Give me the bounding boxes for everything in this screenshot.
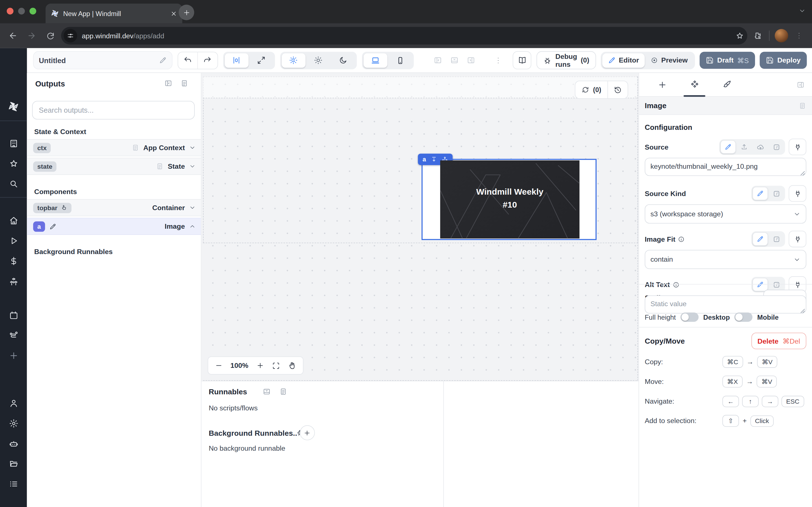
static-input-pencil-icon[interactable] (753, 232, 768, 246)
browser-tab[interactable]: New App | Windmill (46, 4, 183, 23)
app-canvas[interactable]: (0) a (201, 73, 638, 381)
bookmark-star-icon[interactable] (735, 31, 744, 40)
app-title-field[interactable]: Untitled (33, 51, 172, 69)
back-button[interactable] (5, 28, 20, 43)
windmill-logo[interactable] (0, 100, 27, 113)
image-fit-select[interactable]: contain (645, 250, 806, 269)
sidebar-add-plus-icon[interactable] (0, 349, 27, 362)
component-row-a-selected[interactable]: a Image (27, 218, 201, 235)
fullwidth-layout-button[interactable] (250, 53, 273, 67)
redo-button[interactable] (197, 52, 217, 69)
cloud-upload-icon[interactable] (753, 140, 768, 154)
minimize-window-button[interactable] (18, 8, 25, 15)
dark-theme-moon-icon[interactable] (331, 53, 355, 67)
javascript-expression-icon[interactable]: f (769, 140, 784, 154)
chevron-down-icon[interactable] (189, 205, 196, 211)
sidebar-runs-play-icon[interactable] (0, 234, 27, 247)
state-badge[interactable]: state (33, 161, 57, 172)
static-input-pencil-icon[interactable] (720, 140, 736, 154)
fit-to-screen-icon[interactable] (271, 361, 280, 370)
collapse-panel-right-icon[interactable] (797, 80, 805, 89)
zoom-out-minus-icon[interactable] (215, 362, 223, 370)
sidebar-workspace-building-icon[interactable] (0, 136, 27, 150)
chevron-down-icon[interactable] (189, 163, 196, 170)
browser-menu-kebab-icon[interactable] (792, 28, 807, 43)
auto-theme-button[interactable] (282, 53, 305, 67)
connect-plug-icon[interactable] (789, 185, 806, 202)
docs-icon[interactable] (279, 388, 287, 396)
sidebar-favorites-star-icon[interactable] (0, 157, 27, 170)
pan-hand-icon[interactable] (288, 361, 296, 370)
editor-tab[interactable]: Editor (602, 53, 645, 67)
forward-button[interactable] (24, 28, 39, 43)
sidebar-user-icon[interactable] (0, 396, 27, 410)
light-theme-sun-icon[interactable] (306, 53, 330, 67)
documentation-book-button[interactable] (513, 51, 531, 69)
sidebar-workers-robot-icon[interactable] (0, 437, 27, 451)
expand-component-icon[interactable] (431, 156, 437, 163)
static-input-pencil-icon[interactable] (753, 187, 768, 200)
tab-component-settings-icon[interactable] (678, 73, 711, 96)
alt-text-input[interactable] (645, 295, 806, 314)
docs-icon[interactable] (180, 79, 188, 87)
source-input[interactable]: keynote/thumbnail_weekly_10.png (645, 158, 806, 176)
javascript-expression-icon[interactable]: f (769, 232, 784, 246)
sidebar-variables-dollar-icon[interactable] (0, 254, 27, 268)
profile-avatar[interactable] (775, 29, 788, 43)
mobile-view-button[interactable] (388, 53, 412, 67)
sidebar-settings-gear-icon[interactable] (0, 416, 27, 430)
tab-search-chevron-icon[interactable] (799, 7, 806, 15)
centered-layout-button[interactable] (225, 53, 248, 67)
full-height-toggle[interactable] (680, 313, 698, 322)
output-row-state[interactable]: state State (27, 158, 201, 175)
chevron-down-icon[interactable] (189, 144, 196, 151)
docs-icon[interactable] (799, 102, 806, 110)
ctx-badge[interactable]: ctx (33, 143, 51, 153)
deploy-button[interactable]: Deploy (760, 52, 807, 69)
chevron-up-icon[interactable] (189, 223, 196, 230)
sidebar-home-icon[interactable] (0, 214, 27, 227)
draft-button[interactable]: Draft ⌘S (700, 52, 755, 69)
sidebar-schedules-calendar-icon[interactable] (0, 308, 27, 322)
desktop-view-button[interactable] (363, 53, 387, 67)
refresh-all-button[interactable]: (0) (575, 86, 608, 94)
search-outputs-input[interactable] (33, 106, 194, 114)
tab-insert-plus-icon[interactable] (646, 73, 678, 96)
component-row-topbar[interactable]: topbar Container (27, 199, 201, 216)
outputs-search[interactable] (32, 101, 195, 119)
selected-image-component[interactable]: a (421, 159, 597, 240)
javascript-expression-icon[interactable]: f (769, 187, 784, 200)
collapse-panel-left-icon[interactable] (164, 79, 172, 87)
rename-pencil-icon[interactable] (49, 223, 56, 230)
sidebar-flows-route-icon[interactable] (0, 328, 27, 342)
debug-runs-button[interactable]: Debug runs (0) (537, 51, 596, 69)
more-options-kebab-icon[interactable] (494, 56, 502, 64)
topbar-badge[interactable]: topbar (33, 203, 71, 213)
toggle-bottom-panel-icon[interactable] (450, 56, 459, 64)
sidebar-logs-list-icon[interactable] (0, 477, 27, 490)
output-row-ctx[interactable]: ctx App Context (27, 139, 201, 156)
info-icon[interactable] (678, 236, 685, 242)
extensions-puzzle-icon[interactable] (753, 31, 762, 40)
a-badge[interactable]: a (33, 221, 45, 231)
zoom-window-button[interactable] (30, 8, 36, 15)
tab-styling-brush-icon[interactable] (711, 73, 743, 96)
toggle-left-panel-icon[interactable] (434, 56, 442, 64)
sidebar-folders-icon[interactable] (0, 457, 27, 470)
history-button[interactable] (608, 86, 627, 94)
site-settings-icon[interactable] (64, 29, 77, 43)
collapse-panel-down-icon[interactable] (262, 388, 271, 396)
upload-icon[interactable] (737, 140, 752, 154)
sidebar-search-icon[interactable] (0, 177, 27, 190)
tab-close-icon[interactable] (170, 10, 177, 17)
add-background-runnable-button[interactable] (300, 425, 315, 440)
desktop-mobile-toggle[interactable] (734, 313, 753, 322)
close-window-button[interactable] (7, 8, 13, 15)
new-tab-button[interactable] (179, 5, 194, 20)
preview-tab[interactable]: Preview (645, 53, 694, 67)
topbar-container[interactable] (203, 76, 637, 98)
sidebar-resources-boxes-icon[interactable] (0, 275, 27, 288)
connect-plug-icon[interactable] (789, 231, 806, 247)
toggle-right-panel-icon[interactable] (466, 56, 475, 64)
connect-plug-icon[interactable] (789, 138, 806, 155)
